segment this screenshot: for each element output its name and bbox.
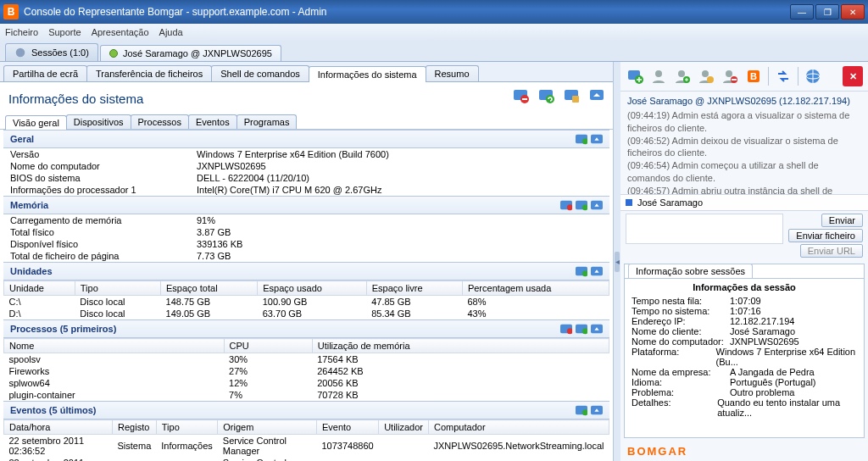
transfer-icon[interactable] <box>774 67 793 86</box>
stop-icon[interactable] <box>511 87 530 106</box>
kv-value: JXNPLWS02695 <box>197 161 603 171</box>
window-title: Console do Representante Bomgar - suppor… <box>24 6 790 18</box>
bomgar-button-icon[interactable]: B <box>744 67 763 86</box>
subtab-events[interactable]: Eventos <box>188 114 237 129</box>
session-kv: Idioma:Português (Portugal) <box>632 377 857 387</box>
session-tab-label: Sessões (1:0) <box>31 47 89 58</box>
col-header[interactable]: Tipo <box>75 281 160 296</box>
globe-icon[interactable] <box>804 67 822 86</box>
section-refresh-icon[interactable] <box>576 323 587 335</box>
section-refresh-icon[interactable] <box>576 199 587 211</box>
close-button[interactable]: ✕ <box>841 4 865 19</box>
refresh-icon[interactable] <box>537 87 555 106</box>
log-line: (09:46:54) Admin começou a utilizar a sh… <box>627 159 861 185</box>
section-collapse-icon[interactable] <box>591 404 603 416</box>
tab-summary[interactable]: Resumo <box>426 65 479 81</box>
tab-system-info[interactable]: Informações do sistema <box>309 66 426 82</box>
col-header[interactable]: Espaço usado <box>258 281 366 296</box>
section-refresh-icon[interactable] <box>576 404 587 416</box>
section-collapse-icon[interactable] <box>591 265 603 277</box>
save-icon[interactable] <box>562 87 581 106</box>
send-url-button[interactable]: Enviar URL <box>800 244 863 258</box>
col-header[interactable]: Espaço livre <box>366 281 462 296</box>
user-remove-icon[interactable] <box>721 67 739 86</box>
svg-text:B: B <box>750 71 757 81</box>
menu-suporte[interactable]: Suporte <box>48 27 81 37</box>
page-title: Informações do sistema <box>0 86 152 108</box>
kv-row: Informações do processador 1Intel(R) Cor… <box>3 184 609 196</box>
svg-point-34 <box>707 76 714 83</box>
col-header[interactable]: Unidade <box>4 281 75 296</box>
section-refresh-icon[interactable] <box>576 133 587 145</box>
section-stop-icon[interactable] <box>560 199 572 211</box>
user-pin-icon[interactable] <box>697 67 715 86</box>
col-header[interactable]: Data/hora <box>4 420 113 435</box>
col-header[interactable]: Registo <box>113 420 157 435</box>
section-collapse-icon[interactable] <box>591 133 603 145</box>
menu-ajuda[interactable]: Ajuda <box>159 27 183 37</box>
minimize-button[interactable]: — <box>790 4 814 19</box>
user-icon[interactable] <box>649 67 668 86</box>
col-header[interactable]: Percentagem usada <box>462 281 609 296</box>
table-row[interactable]: 22 setembro 2011 02:36:52SistemaInformaç… <box>4 435 609 458</box>
subtab-overview[interactable]: Visão geral <box>5 115 67 130</box>
table-row[interactable]: 22 setembro 2011 02:38:52SistemaInformaç… <box>4 457 609 461</box>
info-scroll-area[interactable]: Geral VersãoWindows 7 Enterprise x64 Edi… <box>0 130 613 461</box>
col-header[interactable]: Utilização de memória <box>312 339 609 353</box>
section-collapse-icon[interactable] <box>591 199 603 211</box>
table-row[interactable]: C:\Disco local148.75 GB100.90 GB47.85 GB… <box>4 296 609 308</box>
col-header[interactable]: Tipo <box>156 420 218 435</box>
subtab-programs[interactable]: Programas <box>236 114 298 129</box>
svg-rect-7 <box>572 96 579 103</box>
svg-rect-37 <box>732 79 737 81</box>
section-events: Eventos (5 últimos) <box>3 401 609 419</box>
section-processes: Processos (5 primeiros) <box>3 319 609 338</box>
col-header[interactable]: Nome <box>4 339 225 353</box>
col-header[interactable]: Computador <box>429 420 609 435</box>
section-title: Geral <box>10 134 34 144</box>
table-row[interactable]: plugin-container7%70728 KB <box>4 389 609 401</box>
chat-user-name: José Saramago <box>637 197 703 208</box>
menu-apresentacao[interactable]: Apresentação <box>92 27 149 37</box>
end-session-button[interactable]: ✕ <box>843 66 863 86</box>
menu-ficheiro[interactable]: Ficheiro <box>5 27 38 37</box>
col-header[interactable]: Utilizador <box>379 420 429 435</box>
kv-value: 91% <box>197 215 603 225</box>
subtab-processes[interactable]: Processos <box>131 114 189 129</box>
session-tab-active[interactable]: José Saramago @ JXNPLWS02695 <box>100 45 281 61</box>
table-row[interactable]: D:\Disco local149.05 GB63.70 GB85.34 GB4… <box>4 308 609 319</box>
section-title: Processos (5 primeiros) <box>10 324 116 334</box>
send-file-button[interactable]: Enviar ficheiro <box>788 229 863 242</box>
kv-row: Carregamento de memória91% <box>3 214 609 226</box>
expand-icon[interactable] <box>587 87 606 106</box>
panel-splitter[interactable]: ◂ <box>614 62 620 461</box>
col-header[interactable]: CPU <box>224 339 312 353</box>
session-info-title: Informações da sessão <box>632 282 857 292</box>
col-header[interactable]: Espaço total <box>161 281 258 296</box>
app-logo-icon: B <box>3 4 19 19</box>
chat-input[interactable] <box>626 214 783 244</box>
session-info-tab[interactable]: Informação sobre sessões <box>628 264 753 278</box>
tab-file-transfer[interactable]: Transferência de ficheiros <box>86 65 212 81</box>
table-row[interactable]: Fireworks27%264452 KB <box>4 365 609 377</box>
svg-point-5 <box>546 95 554 103</box>
col-header[interactable]: Origem <box>218 420 317 435</box>
section-collapse-icon[interactable] <box>591 323 603 335</box>
section-refresh-icon[interactable] <box>576 265 587 277</box>
section-stop-icon[interactable] <box>560 323 572 335</box>
tab-shell[interactable]: Shell de comandos <box>211 65 309 81</box>
tab-screen-share[interactable]: Partilha de ecrã <box>3 65 87 81</box>
chat-user-row[interactable]: José Saramago <box>620 194 868 211</box>
table-row[interactable]: splwow6412%20056 KB <box>4 377 609 389</box>
session-tab-queue[interactable]: Sessões (1:0) <box>5 43 98 61</box>
kv-value: 3.87 GB <box>197 227 603 237</box>
col-header[interactable]: Evento <box>316 420 378 435</box>
add-session-icon[interactable] <box>626 67 644 86</box>
remote-host-header: José Saramago @ JXNPLWS02695 (12.182.217… <box>627 95 861 108</box>
subtab-devices[interactable]: Dispositivos <box>66 114 131 129</box>
user-add-icon[interactable] <box>673 67 692 86</box>
session-kv: Tempo nesta fila:1:07:09 <box>632 296 857 306</box>
maximize-button[interactable]: ❐ <box>815 4 839 19</box>
table-row[interactable]: spoolsv30%17564 KB <box>4 353 609 366</box>
send-button[interactable]: Enviar <box>821 214 863 227</box>
